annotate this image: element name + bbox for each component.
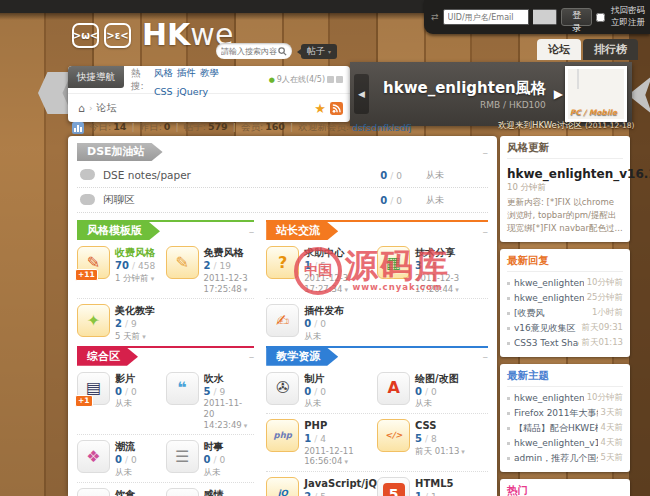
hot-search-link[interactable]: 插件 [177,67,196,78]
adobe-logo-icon[interactable]: A [377,372,410,405]
heart-icon[interactable]: ♥ [166,488,199,496]
category-title[interactable]: 综合区 [77,348,138,366]
forum-link[interactable]: JavaScript/jQuery [304,477,375,490]
collapse-button[interactable]: – [249,226,255,237]
forum-link[interactable]: 闲聊区 [103,193,322,207]
topic-link[interactable]: v16意见收集区 [514,322,579,335]
new-member-link[interactable]: dsfsdnfklsdfj [352,122,412,133]
quick-nav-tab[interactable]: 快捷導航 [68,66,124,88]
forum-link[interactable]: 饮食 [115,488,137,496]
search-input[interactable] [221,47,278,56]
forum-link[interactable]: 技术分享 [415,246,486,259]
expand-arrow-icon[interactable]: ▾ [461,448,465,456]
person-figure-icon[interactable]: ✍ [266,304,299,337]
new-posts-badge: +1 [75,395,93,407]
forum-link[interactable]: 时事 [204,440,226,453]
color-swatches-icon[interactable]: ❖ [77,440,110,473]
topic-link[interactable]: hkwe_enlighten_v16 [514,438,598,448]
expand-arrow-icon[interactable]: ▾ [142,333,146,341]
topic-link[interactable]: hkwe_enlighten_v16.1 [514,393,584,403]
magic-wand-icon[interactable]: ✦ [77,304,110,337]
update-item-link[interactable]: hkwe_enlighten_v16.1 [507,167,650,181]
forum-link[interactable]: 潮流 [115,440,137,453]
login-button[interactable]: 登录 [561,8,592,26]
forum-link[interactable]: 免费风格 [204,246,253,259]
auto-login-checkbox[interactable] [596,13,605,22]
breadcrumb-forum-link[interactable]: 论坛 [97,101,117,115]
colored-pencils-icon[interactable]: ✎ [166,246,199,279]
forum-link[interactable]: 制片 [304,372,326,385]
expand-arrow-icon[interactable]: ▾ [344,458,348,466]
carousel-prev-button[interactable]: ◀ [354,74,369,114]
category-title[interactable]: 教学资源 [266,348,338,366]
forum-link[interactable]: 绘图/改图 [415,372,459,385]
hot-search-link[interactable]: jQuery [177,86,209,97]
icon-glyph: jQ [278,489,288,496]
forum-link[interactable]: 影片 [115,372,137,385]
hot-search-link[interactable]: CSS [154,86,173,97]
collapse-button[interactable]: – [483,226,489,237]
forum-link[interactable]: 插件发布 [304,304,344,317]
html5-shield-icon[interactable]: 5 [377,477,410,496]
tab-ranking[interactable]: 排行榜 [583,39,638,60]
expand-arrow-icon[interactable]: ▾ [344,286,348,294]
newspaper-icon[interactable]: ☰ [166,440,199,473]
topic-link[interactable]: CSS3 Text Shadow文 [514,337,579,350]
collapse-button[interactable]: – [483,147,489,158]
hot-search-link[interactable]: 风格 [154,67,173,78]
forum-link[interactable]: HTML5 [415,477,486,490]
forum-link[interactable]: 感情 [204,488,226,496]
expand-arrow-icon[interactable]: ▾ [151,275,155,283]
site-logo[interactable]: >ω< >ε< HKwe [72,20,233,50]
category-title[interactable]: 站长交流 [266,222,338,240]
tab-forum[interactable]: 论坛 [537,39,581,60]
favorite-star-icon[interactable]: ★ [314,102,326,115]
topic-link[interactable]: Firefox 2011年大事纪·一 [514,407,598,420]
dse-section-title[interactable]: DSE加油站 [77,143,163,161]
chat-bubbles-icon[interactable]: ❝ [166,372,199,405]
colored-pencils-icon[interactable]: ✎+11 [77,246,110,279]
breadcrumb-home-icon[interactable]: ⌂ [78,102,85,115]
topic-link[interactable]: 【精品】配合HKWE模板使 [514,422,598,435]
hot-search-link[interactable]: 教學 [200,67,219,78]
chalkboard-icon[interactable]: ▦ [377,246,410,279]
banner-title[interactable]: hkwe_enlighten風格 [383,79,546,97]
forum-link[interactable]: 吹水 [204,372,253,385]
forum-link[interactable]: 美化教学 [115,304,155,317]
collapse-button[interactable]: – [249,351,255,362]
collapse-panel-icon[interactable]: ⇄ [431,12,439,22]
coconut-drink-icon[interactable]: ☕ [77,488,110,496]
film-strip-icon[interactable]: ▤+1 [77,372,110,405]
collapse-button[interactable]: – [483,351,489,362]
php-logo-icon[interactable]: php [266,419,299,452]
password-field[interactable] [533,9,558,25]
expand-arrow-icon[interactable]: ▾ [244,286,248,294]
member-list-icon[interactable] [327,76,334,83]
search-icon[interactable] [278,47,287,56]
question-bubbles-icon[interactable]: ? [266,246,299,279]
topic-link[interactable]: hkwe_enlighten_v16.1 [514,278,584,288]
jquery-logo-icon[interactable]: jQ [266,477,299,496]
topic-link[interactable]: [收费风 [514,307,589,320]
banner-thumbnail[interactable]: PC / Mobile [565,66,627,122]
video-camera-icon[interactable]: ✇ [266,372,299,405]
category-title[interactable]: 风格模板版 [77,222,160,240]
forgot-password-link[interactable]: 找回密码 [611,5,645,17]
forum-info: JavaScript/jQuery2/52011-12-3 17:21:32▾ [304,477,375,496]
forum-link[interactable]: 求助中心 [304,246,375,259]
forum-link[interactable]: PHP [304,419,375,432]
forum-link[interactable]: CSS [415,419,465,432]
topic-link[interactable]: hkwe_enlighten_v16 [514,293,584,303]
topic-link[interactable]: admin，推荐几个国外的技 [514,452,598,465]
refresh-icon[interactable] [336,76,343,83]
expand-arrow-icon[interactable]: ▾ [455,286,459,294]
forum-link[interactable]: DSE notes/paper [103,169,322,181]
search-scope-dropdown[interactable]: 帖子 ▾ [301,44,337,59]
carousel-next-button[interactable]: ▶ [554,87,563,101]
expand-arrow-icon[interactable]: ▾ [244,422,248,430]
code-tags-icon[interactable]: </> [377,419,410,452]
forum-link[interactable]: 收费风格 [115,246,155,259]
username-input[interactable] [443,9,529,25]
register-link[interactable]: 立即注册 [611,17,645,29]
rss-icon[interactable] [330,102,343,115]
